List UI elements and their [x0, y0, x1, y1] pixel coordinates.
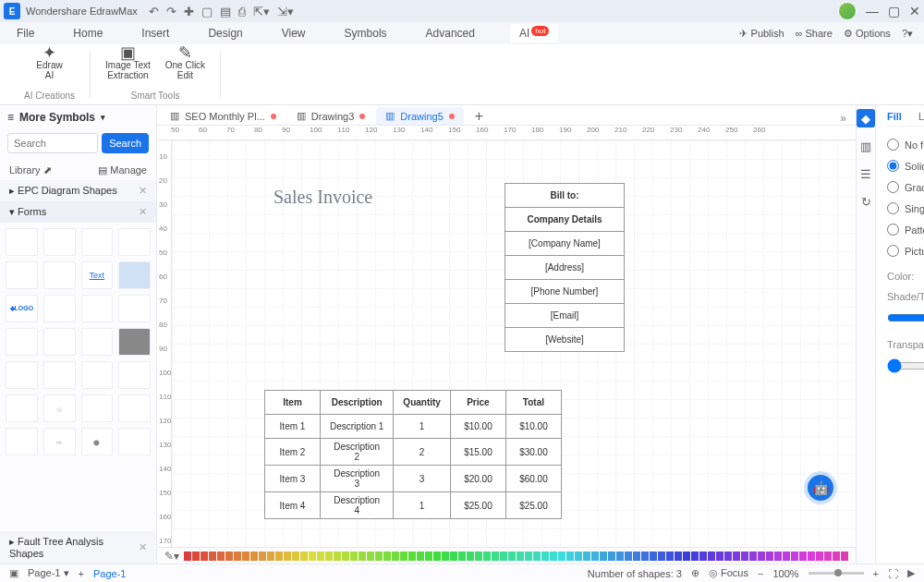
fullscreen-icon[interactable]: ⛶	[888, 568, 898, 579]
color-swatch[interactable]	[575, 552, 582, 561]
zoom-out-icon[interactable]: −	[758, 568, 763, 579]
color-swatch[interactable]	[691, 552, 699, 561]
billto-table[interactable]: Bill to: Company Details [Company Name] …	[505, 183, 625, 352]
zoom-level[interactable]: 100%	[772, 568, 798, 579]
color-swatch[interactable]	[300, 552, 308, 561]
gallery-item[interactable]	[43, 328, 76, 356]
color-swatch[interactable]	[408, 552, 416, 561]
color-swatch[interactable]	[500, 552, 507, 561]
doc-tab-seo[interactable]: ▥ SEO Monthly Pl...	[161, 107, 286, 125]
gallery-item[interactable]	[43, 261, 76, 289]
invoice-title[interactable]: Sales Invoice	[274, 187, 372, 208]
library-label[interactable]: Library ⬈	[9, 164, 52, 176]
color-swatch[interactable]	[367, 552, 374, 561]
history-panel-icon[interactable]: ↻	[857, 192, 875, 211]
image-text-extraction-button[interactable]: ▣ Image Text Extraction	[105, 48, 151, 80]
gallery-item[interactable]	[118, 428, 151, 455]
close-icon[interactable]: ✕	[909, 4, 920, 18]
color-swatch[interactable]	[483, 552, 491, 561]
gallery-item[interactable]: ◇	[43, 394, 76, 422]
symbol-search-input[interactable]	[7, 133, 98, 153]
color-swatch[interactable]	[242, 552, 249, 561]
color-swatch[interactable]	[641, 552, 649, 561]
color-swatch[interactable]	[774, 552, 782, 561]
color-swatch[interactable]	[766, 552, 773, 561]
menu-design[interactable]: Design	[204, 25, 246, 42]
color-swatch[interactable]	[375, 552, 383, 561]
color-swatch[interactable]	[816, 552, 823, 561]
present-icon[interactable]: ▶	[907, 567, 915, 579]
color-swatch[interactable]	[475, 552, 482, 561]
gallery-item[interactable]	[118, 261, 151, 289]
save-icon[interactable]: ▤	[220, 5, 231, 18]
color-swatch[interactable]	[292, 552, 299, 561]
color-swatch[interactable]	[450, 552, 457, 561]
menu-home[interactable]: Home	[69, 25, 106, 42]
color-swatch[interactable]	[201, 552, 208, 561]
color-swatch[interactable]	[425, 552, 432, 561]
publish-button[interactable]: ✈ Publish	[739, 28, 784, 40]
picker-icon[interactable]: ✎▾	[164, 550, 179, 563]
import-icon[interactable]: ⇲▾	[277, 5, 294, 18]
export-icon[interactable]: ⇱▾	[253, 5, 270, 18]
color-swatch[interactable]	[209, 552, 216, 561]
page-indicator[interactable]: Page-1	[93, 568, 126, 579]
color-swatch[interactable]	[783, 552, 790, 561]
menu-ai[interactable]: AIhot	[510, 24, 558, 42]
gallery-item[interactable]	[43, 295, 76, 322]
items-table[interactable]: Item Description Quantity Price Total It…	[264, 390, 562, 519]
gallery-item[interactable]	[43, 361, 76, 389]
color-swatch[interactable]	[724, 552, 732, 561]
color-swatch[interactable]	[217, 552, 225, 561]
color-swatch[interactable]	[550, 552, 557, 561]
gallery-item[interactable]: Text	[81, 261, 114, 289]
color-swatch[interactable]	[666, 552, 674, 561]
tab-fill[interactable]: Fill	[887, 111, 902, 122]
color-swatch[interactable]	[392, 552, 399, 561]
color-swatch[interactable]	[309, 552, 316, 561]
gallery-item[interactable]	[118, 361, 151, 389]
color-swatch[interactable]	[749, 552, 757, 561]
style-panel-icon[interactable]: ◆	[857, 109, 875, 127]
color-swatch[interactable]	[625, 552, 632, 561]
gallery-item[interactable]	[81, 295, 114, 322]
color-swatch[interactable]	[658, 552, 665, 561]
gallery-item[interactable]	[81, 328, 114, 356]
symbol-search-button[interactable]: Search	[102, 133, 149, 153]
color-swatch[interactable]	[467, 552, 474, 561]
gallery-item[interactable]: ◆LOGO	[6, 295, 38, 322]
color-swatch[interactable]	[417, 552, 424, 561]
color-swatch[interactable]	[558, 552, 565, 561]
color-swatch[interactable]	[791, 552, 798, 561]
shade-slider[interactable]	[887, 310, 924, 325]
panel-menu-icon[interactable]: ≡	[7, 111, 14, 124]
edraw-ai-button[interactable]: ✦ Edraw AI	[36, 48, 62, 80]
add-page-button[interactable]: +	[79, 568, 84, 579]
gallery-item[interactable]	[118, 228, 151, 256]
gallery-item[interactable]: ⬤	[81, 428, 114, 455]
doc-tab-drawing3[interactable]: ▥ Drawing3	[287, 107, 374, 125]
fill-option[interactable]: Picture or texture fill	[887, 240, 924, 261]
gallery-item[interactable]	[118, 328, 151, 356]
menu-symbols[interactable]: Symbols	[341, 25, 391, 42]
color-swatch[interactable]	[400, 552, 407, 561]
doc-tab-drawing5[interactable]: ▥ Drawing5	[376, 107, 463, 125]
section-forms[interactable]: ▾ Forms✕	[0, 201, 156, 223]
outline-panel-icon[interactable]: ☰	[857, 164, 875, 183]
transparency-slider[interactable]	[887, 358, 924, 373]
color-swatch[interactable]	[359, 552, 366, 561]
gallery-item[interactable]	[43, 228, 76, 256]
color-swatch[interactable]	[533, 552, 541, 561]
color-swatch[interactable]	[833, 552, 840, 561]
menu-file[interactable]: File	[13, 25, 38, 42]
page-layout-icon[interactable]: ▣	[9, 567, 18, 579]
options-button[interactable]: ⚙ Options	[844, 28, 891, 40]
gallery-item[interactable]	[81, 228, 114, 256]
menu-view[interactable]: View	[278, 25, 310, 42]
canvas[interactable]: Sales Invoice Bill to: Company Details […	[172, 140, 856, 547]
fill-option[interactable]: Solid fill	[887, 155, 924, 176]
maximize-icon[interactable]: ▢	[888, 4, 900, 18]
color-swatch[interactable]	[675, 552, 682, 561]
fill-option[interactable]: No fill	[887, 134, 924, 155]
gallery-item[interactable]	[6, 428, 38, 455]
